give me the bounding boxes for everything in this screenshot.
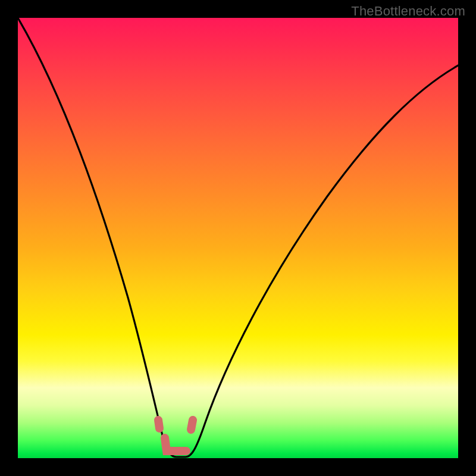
valley-markers xyxy=(158,420,193,451)
bottleneck-curve-svg xyxy=(18,18,458,458)
left-dot-icon xyxy=(158,420,159,428)
chart-frame: TheBottleneck.com xyxy=(0,0,476,476)
bottleneck-curve xyxy=(18,18,458,457)
valley-l-icon xyxy=(165,438,186,451)
watermark-text: TheBottleneck.com xyxy=(351,4,465,19)
plot-area xyxy=(18,18,458,458)
right-dot-icon xyxy=(191,420,193,430)
